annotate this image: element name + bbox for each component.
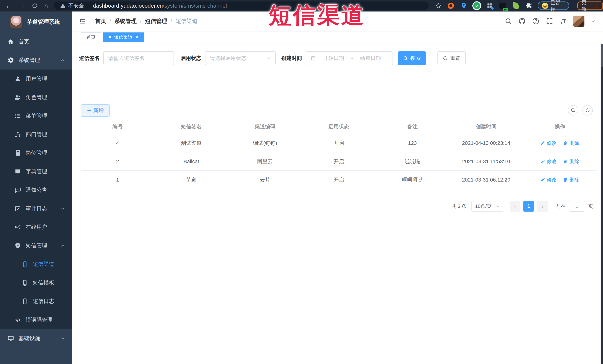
delete-link[interactable]: 删除 — [563, 140, 579, 146]
sidebar-item-system-management[interactable]: 系统管理 — [0, 51, 72, 69]
chevron-down-icon — [60, 336, 65, 341]
tag-view-bar: 首页 短信渠道 × — [72, 31, 603, 44]
url-bar[interactable]: 不安全 dashboard.yudao.iocoder.cn/system/sm… — [54, 1, 429, 10]
sidebar-item-sms-log[interactable]: 短信日志 — [0, 292, 72, 311]
extension-check-icon[interactable] — [473, 2, 481, 10]
table-header-row: 编号 短信签名 渠道编码 启用状态 备注 创建时间 操作 — [81, 120, 597, 134]
sidebar-item-sms-channel[interactable]: 短信渠道 — [0, 255, 72, 274]
sidebar-item-dept-management[interactable]: 部门管理 — [0, 125, 72, 144]
app-logo-row[interactable]: 芋道管理系统 — [0, 11, 72, 33]
breadcrumb-current: 短信渠道 — [175, 17, 198, 25]
search-button[interactable]: 搜索 — [398, 51, 426, 65]
delete-link[interactable]: 删除 — [563, 176, 579, 183]
breadcrumb-home[interactable]: 首页 — [95, 17, 106, 25]
search-icon — [403, 56, 408, 61]
sign-input[interactable] — [108, 55, 169, 61]
url-host: dashboard.yudao.iocoder.cn — [93, 3, 163, 9]
browser-menu-icon[interactable]: ⋮ — [593, 3, 599, 9]
code-icon — [14, 317, 21, 323]
edit-link[interactable]: 修改 — [540, 140, 557, 146]
sidebar-item-notice[interactable]: 通知公告 — [0, 181, 72, 199]
delete-link[interactable]: 删除 — [563, 158, 579, 165]
breadcrumb-system[interactable]: 系统管理 — [114, 17, 137, 25]
log-icon — [14, 205, 21, 212]
active-dot — [109, 36, 111, 38]
table-row: 1 芋道 云片 开启 呵呵呵哒 2021-03-31 06:12:20 修改 删… — [81, 171, 597, 189]
page-size-select[interactable]: 10条/页 — [471, 201, 504, 211]
user-icon — [14, 76, 21, 82]
caret-down-icon[interactable] — [591, 19, 596, 23]
breadcrumb: 首页 / 系统管理 / 短信管理 / 短信渠道 — [95, 17, 198, 25]
home-nav-icon[interactable]: ⌂ — [44, 2, 48, 9]
sidebar-fold-icon[interactable] — [78, 17, 86, 25]
next-page-button[interactable]: › — [537, 201, 548, 211]
edit-icon — [540, 177, 545, 182]
reset-button[interactable]: 重置 — [438, 51, 466, 65]
end-date-placeholder[interactable]: 结束日期 — [353, 55, 388, 62]
sidebar-item-role-management[interactable]: 角色管理 — [0, 88, 72, 107]
edit-link[interactable]: 修改 — [540, 158, 557, 165]
profile-paused-pill[interactable]: 已暂停 — [538, 1, 569, 10]
sidebar-item-sms-management[interactable]: 短信管理 — [0, 236, 72, 255]
github-icon[interactable] — [518, 17, 526, 25]
reload-icon[interactable] — [32, 3, 38, 9]
pagination-total: 共 3 条 — [452, 203, 467, 210]
start-date-placeholder[interactable]: 开始日期 — [316, 55, 351, 62]
sidebar-item-menu-management[interactable]: 菜单管理 — [0, 107, 72, 125]
app-logo — [10, 16, 22, 28]
status-select[interactable]: 请选择启用状态 — [205, 51, 276, 65]
goto-label: 前往 — [556, 203, 566, 210]
emoji-avatar — [542, 3, 548, 9]
help-icon[interactable] — [532, 17, 540, 25]
calendar-icon — [311, 55, 316, 61]
refresh-table-button[interactable] — [582, 105, 593, 116]
sign-label: 短信签名 — [79, 55, 100, 62]
sidebar-item-online-users[interactable]: 在线用户 — [0, 218, 72, 236]
extension-on-icon[interactable]: on — [499, 2, 507, 10]
badge-icon — [14, 150, 21, 156]
sidebar-item-infrastructure[interactable]: 基础设施 — [0, 329, 72, 348]
sidebar-item-dict-management[interactable]: 字典管理 — [0, 162, 72, 181]
avatar[interactable] — [573, 16, 584, 27]
extension-grid-icon[interactable] — [486, 2, 494, 10]
prev-page-button[interactable]: ‹ — [510, 201, 521, 211]
sidebar-item-sms-template[interactable]: 短信模板 — [0, 274, 72, 292]
time-label: 创建时间 — [281, 55, 302, 62]
range-separator: - — [351, 55, 353, 61]
delete-icon — [563, 141, 568, 145]
search-icon — [570, 108, 576, 113]
tab-home[interactable]: 首页 — [81, 33, 101, 42]
back-icon[interactable]: ← — [5, 2, 12, 9]
extension-orange-icon[interactable] — [447, 2, 455, 10]
edit-link[interactable]: 修改 — [540, 176, 557, 183]
toggle-search-button[interactable] — [568, 105, 578, 116]
tab-sms-channel[interactable]: 短信渠道 × — [103, 33, 144, 42]
add-button[interactable]: 新增 — [81, 104, 110, 117]
search-icon[interactable] — [505, 17, 512, 25]
fullscreen-icon[interactable] — [546, 17, 553, 25]
font-size-icon[interactable]: тT — [560, 17, 567, 25]
update-button[interactable]: 更新 ⋮ — [577, 1, 603, 10]
search-form: 短信签名 启用状态 请选择启用状态 创建时间 开始日期 - 结束日期 — [79, 51, 466, 65]
sidebar-item-home[interactable]: 首页 — [0, 33, 72, 51]
refresh-icon — [443, 56, 448, 61]
forward-icon[interactable]: → — [18, 2, 25, 9]
extension-sprout-icon[interactable] — [512, 2, 520, 10]
sidebar-item-error-code[interactable]: 错误码管理 — [0, 311, 72, 329]
close-icon[interactable]: × — [136, 34, 138, 40]
sidebar-item-audit-log[interactable]: 审计日志 — [0, 199, 72, 218]
scrollbar[interactable] — [601, 11, 603, 364]
book-icon — [14, 168, 21, 175]
extension-pin-icon[interactable] — [460, 2, 468, 10]
page-1-button[interactable]: 1 — [523, 201, 534, 211]
date-range-picker[interactable]: 开始日期 - 结束日期 — [306, 51, 393, 65]
breadcrumb-sms[interactable]: 短信管理 — [145, 17, 167, 25]
goto-page-input[interactable] — [569, 201, 585, 211]
app-title: 芋道管理系统 — [27, 18, 60, 26]
phone-icon — [22, 298, 28, 305]
bookmark-star-icon[interactable] — [435, 2, 442, 9]
extensions-icon[interactable] — [525, 2, 533, 10]
sidebar-item-user-management[interactable]: 用户管理 — [0, 69, 72, 88]
overlay-annotation-title: 短信渠道 — [269, 0, 365, 31]
sidebar-item-post-management[interactable]: 岗位管理 — [0, 144, 72, 162]
